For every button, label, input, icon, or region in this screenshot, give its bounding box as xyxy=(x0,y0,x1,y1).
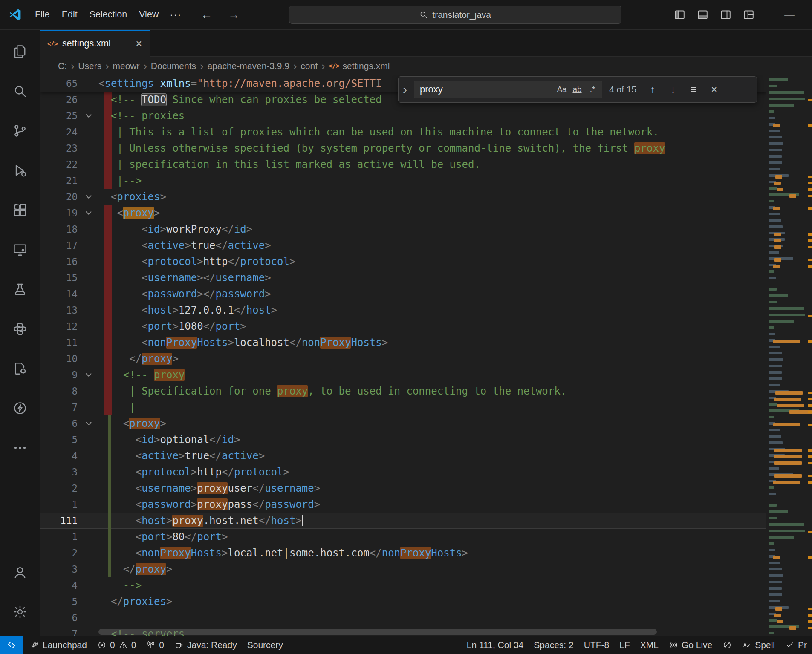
code-line[interactable]: 6 <proxy> xyxy=(40,415,766,432)
find-next-button[interactable]: ↓ xyxy=(665,81,682,98)
find-previous-button[interactable]: ↑ xyxy=(644,81,661,98)
command-center-search[interactable]: translator_java xyxy=(289,6,621,24)
split-editor-icon[interactable] xyxy=(670,6,688,24)
code-line[interactable]: 15 <username></username> xyxy=(40,270,766,286)
chevron-down-icon[interactable] xyxy=(84,192,93,202)
code-line[interactable]: 17 <active>true</active> xyxy=(40,237,766,254)
code-line[interactable]: 11 <nonProxyHosts>localhost</nonProxyHos… xyxy=(40,334,766,351)
match-case-toggle[interactable]: Aa xyxy=(555,82,569,97)
code-line[interactable]: 21 |--> xyxy=(40,173,766,189)
testing-icon[interactable] xyxy=(0,269,40,309)
code-line[interactable]: 25 <!-- proxies xyxy=(40,108,766,124)
code-line[interactable]: 14 <password></password> xyxy=(40,286,766,302)
status-ports[interactable]: 0 xyxy=(141,636,169,654)
code-line[interactable]: 4 --> xyxy=(40,577,766,593)
chevron-down-icon[interactable] xyxy=(84,419,93,428)
customize-layout-icon[interactable] xyxy=(740,6,757,24)
code-line[interactable]: 16 <protocol>http</protocol> xyxy=(40,254,766,270)
tab-settings-xml[interactable]: </> settings.xml × xyxy=(40,30,150,57)
find-close-button[interactable]: × xyxy=(705,81,722,98)
source-control-icon[interactable] xyxy=(0,111,40,150)
status-language-mode[interactable]: XML xyxy=(635,636,664,654)
code-line[interactable]: 7 | xyxy=(40,399,766,415)
code-line[interactable]: 2 <username>proxyuser</username> xyxy=(40,480,766,496)
code-line[interactable]: 3 <protocol>http</protocol> xyxy=(40,464,766,480)
extensions-icon[interactable] xyxy=(0,190,40,230)
status-cursor-position[interactable]: Ln 111, Col 34 xyxy=(462,636,529,654)
chevron-down-icon[interactable] xyxy=(84,111,93,121)
circle-bolt-icon[interactable] xyxy=(0,388,40,428)
code-line[interactable]: 5 </proxies> xyxy=(40,593,766,610)
status-problems[interactable]: 00 xyxy=(92,636,141,654)
menu-selection[interactable]: Selection xyxy=(84,9,133,20)
accounts-icon[interactable] xyxy=(0,552,40,592)
forward-button[interactable]: → xyxy=(228,8,240,22)
find-input[interactable]: proxy Aa ab .* xyxy=(414,81,602,98)
menu-edit[interactable]: Edit xyxy=(56,9,84,20)
code-line[interactable]: 5 <id>optional</id> xyxy=(40,432,766,448)
status-launchpad[interactable]: Launchpad xyxy=(25,636,92,654)
code-line[interactable]: 6 xyxy=(40,610,766,626)
code-line[interactable]: 12 <port>1080</port> xyxy=(40,318,766,334)
menu-file[interactable]: File xyxy=(29,9,56,20)
code-line[interactable]: 13 <host>127.0.0.1</host> xyxy=(40,302,766,318)
code-line[interactable]: 111 <host>proxy.host.net</host> xyxy=(40,513,766,529)
status-encoding[interactable]: UTF-8 xyxy=(579,636,615,654)
breadcrumb-item-conf[interactable]: conf xyxy=(298,61,321,71)
minimap[interactable] xyxy=(766,75,812,636)
breadcrumb-item-users[interactable]: Users xyxy=(75,61,104,71)
code-line[interactable]: 10 </proxy> xyxy=(40,351,766,367)
remote-explorer-icon[interactable] xyxy=(0,230,40,269)
settings-gear-icon[interactable] xyxy=(0,592,40,631)
status-sourcery[interactable]: Sourcery xyxy=(242,636,288,654)
explorer-icon[interactable] xyxy=(0,32,40,71)
code-line[interactable]: 2 <nonProxyHosts>local.net|some.host.com… xyxy=(40,545,766,561)
chevron-down-icon[interactable] xyxy=(84,208,93,218)
status-prettier[interactable]: Pr xyxy=(780,636,812,654)
status-indentation[interactable]: Spaces: 2 xyxy=(529,636,578,654)
status-do-not-disturb[interactable] xyxy=(717,636,737,654)
code-line[interactable]: 3 </proxy> xyxy=(40,561,766,577)
more-icon[interactable] xyxy=(0,428,40,467)
code-line[interactable]: 9 <!-- proxy xyxy=(40,367,766,383)
menu-more-button[interactable]: ··· xyxy=(165,9,187,20)
code-line[interactable]: 19 <proxy> xyxy=(40,205,766,221)
code-line[interactable]: 1 <port>80</port> xyxy=(40,529,766,545)
status-java-status[interactable]: Java: Ready xyxy=(169,636,242,654)
toggle-secondary-sidebar-icon[interactable] xyxy=(717,6,734,24)
breadcrumb-item-apache-maven-3-9-9[interactable]: apache-maven-3.9.9 xyxy=(204,61,292,71)
code-line[interactable]: 22 | specification in this list marked a… xyxy=(40,156,766,173)
status-spell-checker[interactable]: Spell xyxy=(737,636,780,654)
back-button[interactable]: ← xyxy=(200,8,212,22)
run-and-debug-icon[interactable] xyxy=(0,150,40,190)
chevron-down-icon[interactable] xyxy=(84,370,93,380)
whole-word-toggle[interactable]: ab xyxy=(570,82,584,97)
code-line[interactable]: 8 | Specification for one proxy, to be u… xyxy=(40,383,766,399)
code-line[interactable]: 4 <active>true</active> xyxy=(40,448,766,464)
breadcrumb-item-documents[interactable]: Documents xyxy=(148,61,199,71)
toggle-panel-icon[interactable] xyxy=(694,6,711,24)
code-text: <host>127.0.0.1</host> xyxy=(98,302,766,318)
code-line[interactable]: 18 <id>workProxy</id> xyxy=(40,221,766,237)
menu-view[interactable]: View xyxy=(133,9,165,20)
status-go-live[interactable]: Go Live xyxy=(664,636,717,654)
minimize-button[interactable]: — xyxy=(780,9,799,21)
find-in-selection-button[interactable]: ≡ xyxy=(685,81,702,98)
tab-close-icon[interactable]: × xyxy=(134,37,143,50)
horizontal-scrollbar[interactable] xyxy=(98,629,657,635)
code-line[interactable]: 24 | This is a list of proxies which can… xyxy=(40,124,766,140)
toggle-replace-icon[interactable]: › xyxy=(399,77,410,102)
file-gear-icon[interactable] xyxy=(0,349,40,388)
status-eol[interactable]: LF xyxy=(614,636,635,654)
regex-toggle[interactable]: .* xyxy=(585,82,600,97)
code-line[interactable]: 20 <proxies> xyxy=(40,189,766,205)
breadcrumb-item-meowr[interactable]: meowr xyxy=(110,61,143,71)
editor-viewport[interactable]: 26 <!-- TODO Since when can proxies be s… xyxy=(40,75,812,636)
breadcrumb-item-c-[interactable]: C: xyxy=(55,61,70,71)
code-line[interactable]: 1 <password>proxypass</password> xyxy=(40,496,766,513)
breadcrumb-item-settings-xml[interactable]: </>settings.xml xyxy=(326,61,393,71)
search-icon[interactable] xyxy=(0,71,40,111)
code-line[interactable]: 23 | Unless otherwise specified (by syst… xyxy=(40,140,766,156)
python-icon[interactable] xyxy=(0,309,40,349)
status-remote-indicator[interactable] xyxy=(0,636,23,654)
